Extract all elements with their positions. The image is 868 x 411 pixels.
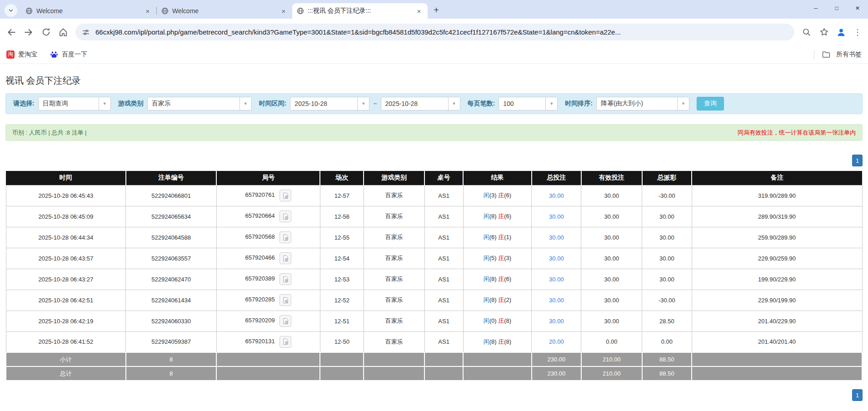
page-button-1[interactable]: 1 <box>852 389 863 401</box>
sort-order-select[interactable]: 降幂(由大到小) ▼ <box>596 97 689 110</box>
total-bet-amount[interactable]: 30.00 <box>549 213 564 220</box>
site-info-icon[interactable] <box>82 28 90 36</box>
video-replay-button[interactable] <box>279 231 291 243</box>
result-banker-label: 庄 <box>498 213 504 220</box>
game-type: 百家乐 <box>364 227 424 248</box>
video-replay-button[interactable] <box>279 273 291 285</box>
zoom-icon[interactable] <box>802 27 812 37</box>
result-player-label: 闲 <box>484 234 489 241</box>
col-bet-id: 注单编号 <box>126 171 217 185</box>
total-bet-amount[interactable]: 30.00 <box>549 192 564 199</box>
home-icon[interactable] <box>58 27 68 37</box>
bet-id: 522924064588 <box>126 227 217 248</box>
total-count: 8 <box>126 366 217 381</box>
result-banker-label: 庄 <box>498 192 504 199</box>
col-remark: 备注 <box>692 171 862 185</box>
col-time: 时间 <box>6 171 126 185</box>
all-bookmarks[interactable]: 所有书签 <box>814 50 862 59</box>
remark: 199.90/229.90 <box>692 269 862 290</box>
total-bet-amount[interactable]: 30.00 <box>549 318 564 325</box>
date-from-value: 2025-10-28 <box>290 100 357 107</box>
video-replay-button[interactable] <box>279 190 291 201</box>
forward-icon[interactable] <box>24 27 34 37</box>
tab-close-icon[interactable]: × <box>415 7 423 15</box>
page-size-select[interactable]: 100 ▼ <box>499 97 558 110</box>
total-bet-amount[interactable]: 30.00 <box>549 297 564 304</box>
total-valid-bet: 210.00 <box>581 366 642 381</box>
grand-total-row: 总计 8 230.00 210.00 88.50 <box>6 366 862 381</box>
result-banker-count: (3) <box>504 255 511 261</box>
date-to-select[interactable]: 2025-10-28 ▼ <box>381 97 460 110</box>
page-button-1[interactable]: 1 <box>852 155 863 166</box>
table-no: AS1 <box>424 206 463 227</box>
total-bet-cell: 30.00 <box>532 248 581 269</box>
bet-time: 2025-10-28 06:42:19 <box>6 311 126 331</box>
page-title: 视讯 会员下注纪录 <box>5 75 863 87</box>
folder-icon <box>822 50 831 59</box>
video-replay-button[interactable] <box>279 294 291 306</box>
table-no: AS1 <box>424 185 463 206</box>
film-icon <box>282 213 289 220</box>
chevron-down-icon <box>8 8 14 13</box>
tab-close-icon[interactable]: × <box>144 7 152 15</box>
window-maximize-button[interactable]: □ <box>826 0 847 16</box>
game-type: 百家乐 <box>364 185 424 206</box>
game-type-select[interactable]: 百家乐 ▼ <box>147 97 252 110</box>
sort-order-label: 时间排序: <box>565 100 593 108</box>
bookmark-baidu[interactable]: 百度一下 <box>50 50 87 59</box>
table-row: 2025-10-28 06:41:52522924059387657920131… <box>6 331 862 352</box>
tab-bet-records-active[interactable]: :::视讯 会员下注纪录::: × <box>292 3 428 19</box>
globe-icon <box>297 7 304 15</box>
remark: 229.90/199.90 <box>692 290 862 311</box>
result-banker-label: 庄 <box>498 234 504 241</box>
video-replay-button[interactable] <box>279 315 291 327</box>
tab-welcome-2[interactable]: Welcome × <box>157 3 292 19</box>
result-cell: 闲(8) 庄(6) <box>463 269 532 290</box>
total-bet-amount[interactable]: 30.00 <box>549 255 564 262</box>
video-replay-button[interactable] <box>279 336 291 348</box>
video-replay-button[interactable] <box>279 211 291 222</box>
film-icon <box>282 276 289 283</box>
remark: 229.90/259.90 <box>692 248 862 269</box>
total-bet-amount[interactable]: 20.00 <box>549 338 564 345</box>
result-player-label: 闲 <box>484 296 489 303</box>
query-type-select[interactable]: 日期查询 ▼ <box>38 97 111 110</box>
tab-search-button[interactable] <box>5 4 17 17</box>
result-player-count: (5) <box>489 255 497 261</box>
remark: 319.90/289.90 <box>692 185 862 206</box>
total-total-bet: 230.00 <box>532 366 581 381</box>
address-bar[interactable]: 66cxkj98.com/ipl/portal.php/game/betreco… <box>75 24 794 40</box>
session: 12-57 <box>320 185 364 206</box>
total-label: 总计 <box>6 366 126 381</box>
url-text[interactable]: 66cxkj98.com/ipl/portal.php/game/betreco… <box>95 28 621 36</box>
film-icon <box>282 234 289 241</box>
game-type: 百家乐 <box>364 269 424 290</box>
table-row: 2025-10-28 06:45:09522924065634657920664… <box>6 206 862 227</box>
table-no: AS1 <box>424 227 463 248</box>
window-close-button[interactable]: ✕ <box>847 0 868 16</box>
profile-avatar-icon[interactable] <box>836 27 846 37</box>
round-number: 657920131 <box>245 338 275 345</box>
result-banker-count: (8) <box>504 317 511 324</box>
globe-icon <box>161 7 169 15</box>
browser-toolbar: 66cxkj98.com/ipl/portal.php/game/betreco… <box>0 19 868 45</box>
search-button[interactable]: 查询 <box>697 97 724 110</box>
baidu-paw-icon <box>50 50 58 59</box>
total-bet-amount[interactable]: 30.00 <box>549 276 564 283</box>
date-from-select[interactable]: 2025-10-28 ▼ <box>290 97 369 110</box>
tab-close-icon[interactable]: × <box>279 7 288 15</box>
reload-icon[interactable] <box>41 27 51 37</box>
bookmark-star-icon[interactable] <box>819 27 829 37</box>
back-icon[interactable] <box>6 27 16 37</box>
browser-menu-icon[interactable]: ⋮ <box>853 27 862 37</box>
window-minimize-button[interactable]: ─ <box>805 0 826 16</box>
total-bet-amount[interactable]: 30.00 <box>549 234 564 241</box>
table-no: AS1 <box>424 311 463 331</box>
tab-welcome-1[interactable]: Welcome × <box>21 3 156 19</box>
browser-tab-strip: Welcome × Welcome × :::视讯 会员下注纪录::: × + … <box>0 0 868 19</box>
round-cell: 657920466 <box>216 248 320 269</box>
new-tab-button[interactable]: + <box>430 4 442 16</box>
total-bet-cell: 30.00 <box>532 290 581 311</box>
bookmark-taobao[interactable]: 淘 爱淘宝 <box>6 50 37 59</box>
video-replay-button[interactable] <box>279 252 291 264</box>
